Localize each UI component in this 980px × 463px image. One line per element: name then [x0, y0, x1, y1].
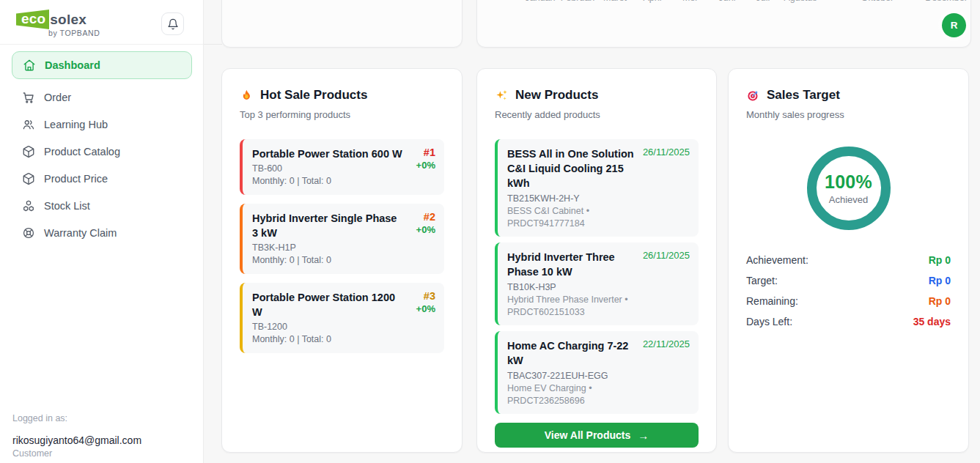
logo-eco-badge: eco	[16, 10, 49, 29]
cart-icon	[22, 91, 35, 104]
sidebar-item-label: Dashboard	[45, 59, 100, 71]
sidebar-item-label: Stock List	[44, 200, 90, 212]
sidebar-item-product-price[interactable]: Product Price	[0, 165, 204, 192]
new-product-item: BESS All in One Solution C&I Liquid Cool…	[495, 139, 699, 237]
stat-value: 35 days	[913, 316, 951, 327]
stat-value: Rp 0	[929, 254, 951, 266]
product-category: BESS C&I Cabinet •	[507, 205, 690, 217]
card-subtitle: Monthly sales progress	[746, 109, 951, 120]
product-code: PRDCT941777184	[507, 218, 690, 229]
progress-ring: 100% Achieved	[807, 147, 891, 230]
boxes-icon	[22, 199, 35, 212]
stat-row: Days Left: 35 days	[746, 311, 951, 332]
new-product-item: Hybrid Inverter Three Phase 10 kW 26/11/…	[495, 242, 699, 325]
change-percent: +0%	[403, 160, 435, 171]
progress-label: Achieved	[829, 194, 868, 205]
card-title-text: Hot Sale Products	[260, 88, 367, 103]
sidebar: ecosolex by TOPBAND Dashboard Order	[0, 0, 204, 463]
sidebar-header: ecosolex by TOPBAND	[0, 0, 203, 45]
sidebar-item-stock-list[interactable]: Stock List	[0, 192, 204, 219]
sparkles-icon	[495, 89, 509, 103]
sidebar-footer: Logged in as: rikosugiyanto64@gmail.com …	[12, 413, 141, 459]
notifications-button[interactable]	[161, 12, 184, 35]
progress-percent: 100%	[825, 171, 872, 193]
stat-row: Achievement: Rp 0	[746, 250, 951, 270]
change-percent: +0%	[403, 224, 435, 235]
logged-in-as-label: Logged in as:	[12, 413, 141, 423]
chart-card-partial: Januari Februari Maret April Mei Juni Ju…	[476, 0, 971, 48]
logo-solex-text: solex	[50, 12, 86, 28]
header-divider	[204, 44, 222, 45]
sidebar-item-dashboard[interactable]: Dashboard	[12, 51, 192, 79]
sidebar-item-warranty-claim[interactable]: Warranty Claim	[0, 219, 204, 246]
product-date: 22/11/2025	[643, 338, 690, 349]
user-avatar[interactable]: R	[942, 13, 966, 37]
hot-sale-title-row: Hot Sale Products	[240, 88, 444, 103]
stat-row: Remaining: Rp 0	[746, 291, 951, 311]
month-label: Januari	[526, 0, 556, 3]
product-code: PRDCT602151033	[507, 306, 690, 318]
product-name: Hybrid Inverter Single Phase 3 kW	[252, 211, 403, 240]
chart-month-axis-labels: Januari Februari Maret April Mei Juni Ju…	[477, 0, 970, 4]
arrow-right-icon: →	[638, 429, 649, 442]
month-label: Desember	[925, 0, 968, 3]
button-label: View All Products	[545, 429, 630, 441]
sidebar-item-order[interactable]: Order	[0, 84, 204, 111]
new-product-item: Home AC Charging 7-22 kW 22/11/2025 TBAC…	[495, 331, 699, 414]
product-name: Home AC Charging 7-22 kW	[507, 338, 645, 368]
sidebar-item-label: Order	[44, 92, 71, 103]
month-label: Juli	[756, 0, 770, 3]
card-subtitle: Recently added products	[495, 109, 699, 120]
rank-badge: #1	[403, 147, 435, 158]
product-sku: TB-1200	[252, 321, 403, 333]
logo-byline: by TOPBAND	[48, 29, 100, 37]
target-icon	[746, 89, 760, 103]
package-icon	[22, 172, 35, 185]
user-role: Customer	[12, 448, 141, 459]
month-label: Juni	[719, 0, 736, 3]
month-label: Oktober	[861, 0, 894, 3]
sidebar-item-label: Warranty Claim	[44, 227, 117, 239]
top-left-card-partial	[221, 0, 463, 48]
product-category: Home EV Charging •	[507, 382, 690, 394]
package-icon	[22, 145, 35, 158]
bell-icon	[167, 18, 179, 30]
sidebar-nav: Dashboard Order Learning Hub Product Cat…	[0, 51, 204, 246]
lifebuoy-icon	[22, 226, 35, 240]
ecosolex-logo: ecosolex by TOPBAND	[16, 10, 100, 37]
home-icon	[23, 59, 36, 72]
product-date: 26/11/2025	[643, 250, 690, 261]
sales-target-title-row: Sales Target	[746, 88, 951, 103]
product-date: 26/11/2025	[643, 147, 690, 158]
product-stats: Monthly: 0 | Total: 0	[252, 175, 403, 188]
sidebar-item-product-catalog[interactable]: Product Catalog	[0, 138, 204, 165]
hot-sale-products-card: Hot Sale Products Top 3 performing produ…	[221, 68, 463, 453]
new-products-card: New Products Recently added products BES…	[476, 68, 717, 453]
stat-label: Achievement:	[746, 254, 808, 266]
sidebar-item-learning-hub[interactable]: Learning Hub	[0, 111, 204, 138]
product-code: PRDCT236258696	[507, 395, 690, 407]
view-all-products-button[interactable]: View All Products →	[495, 423, 699, 448]
stat-label: Remaining:	[746, 295, 798, 307]
user-email: rikosugiyanto64@gmail.com	[12, 434, 141, 446]
hot-sale-item: Portable Power Station 1200 W TB-1200 Mo…	[240, 283, 444, 353]
product-stats: Monthly: 0 | Total: 0	[252, 254, 403, 267]
product-sku: TBAC307-221EUH-EGG	[507, 370, 690, 382]
change-percent: +0%	[403, 303, 435, 314]
stat-label: Days Left:	[746, 316, 792, 327]
hot-sale-list: Portable Power Station 600 W TB-600 Mont…	[240, 139, 444, 353]
month-label: Mei	[682, 0, 697, 3]
product-name: BESS All in One Solution C&I Liquid Cool…	[507, 147, 645, 190]
stat-value: Rp 0	[929, 295, 951, 307]
rank-badge: #2	[403, 211, 435, 223]
month-label: April	[643, 0, 661, 3]
month-label: Agustus	[784, 0, 817, 3]
sales-target-stats: Achievement: Rp 0 Target: Rp 0 Remaining…	[746, 250, 951, 332]
rank-badge: #3	[403, 290, 435, 302]
product-name: Portable Power Station 600 W	[252, 147, 403, 161]
product-stats: Monthly: 0 | Total: 0	[252, 333, 403, 346]
stat-value: Rp 0	[929, 275, 951, 286]
month-label: Februari	[561, 0, 595, 3]
product-sku: TB-600	[252, 163, 403, 175]
flame-icon	[240, 89, 254, 103]
